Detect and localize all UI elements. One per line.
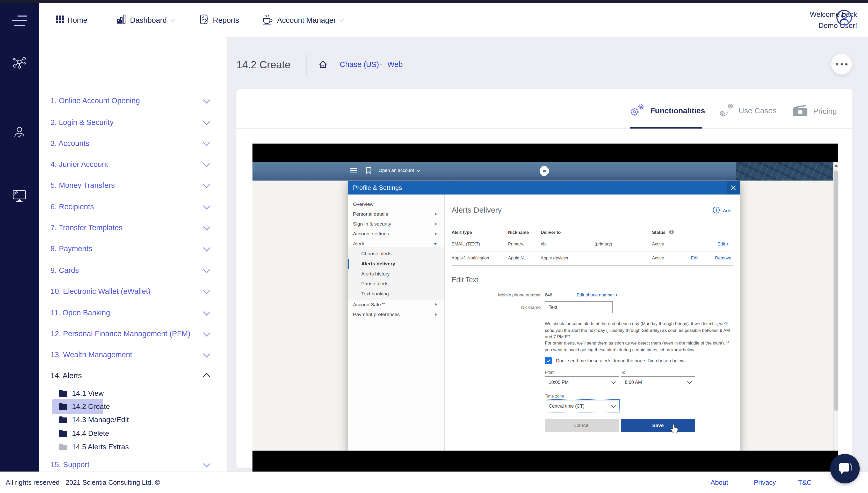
chevron-down-icon	[203, 329, 210, 337]
dialog-menu-payment-preferences[interactable]: Payment preferences	[348, 309, 444, 319]
row1-type: EMAIL (TEXT)	[451, 241, 480, 247]
sidebar-item-alerts-delete[interactable]: 14.4 Delete	[39, 426, 227, 441]
dialog-menu-account-settings[interactable]: Account settings	[348, 229, 444, 239]
sidebar-item-alerts-create[interactable]: 14.2 Create	[39, 399, 227, 414]
nav-dashboard[interactable]: Dashboard	[117, 3, 174, 37]
scrollbar-thumb[interactable]	[834, 170, 838, 411]
dialog-menu-text-banking[interactable]: Text banking	[348, 289, 444, 299]
sidebar-item-payments[interactable]: 8. Payments	[39, 241, 227, 256]
sidebar-item-alerts[interactable]: 14. Alerts	[39, 368, 227, 383]
tab-use-cases[interactable]: Use Cases	[719, 103, 776, 119]
row2-deliver: Apple devices	[541, 256, 568, 261]
row2-nick: Apple N...	[508, 256, 527, 261]
user-check-icon[interactable]	[13, 126, 26, 140]
sidebar-item-pfm[interactable]: 12. Personal Finance Management (PFM)	[39, 326, 227, 341]
from-time-select[interactable]: 10:00 PM	[545, 376, 619, 388]
sidebar-item-support[interactable]: 15. Support	[39, 457, 227, 472]
dialog-menu-overview[interactable]: Overview	[348, 199, 444, 209]
tab-pricing-label: Pricing	[813, 107, 837, 115]
more-options-button[interactable]	[831, 54, 852, 74]
nickname-input[interactable]	[545, 301, 613, 313]
timezone-label: Time zone	[545, 394, 564, 399]
tab-pricing[interactable]: Pricing	[792, 104, 837, 119]
sidebar-item-cards[interactable]: 9. Cards	[39, 263, 227, 278]
row1-deliver: ebi.	[541, 241, 548, 247]
sidebar-item-login-security[interactable]: 2. Login & Security	[39, 115, 227, 130]
top-navbar: Home Dashboard Reports Account Manager W…	[39, 3, 868, 38]
sidebar-item-alerts-manage-edit[interactable]: 14.3 Manage/Edit	[39, 412, 227, 427]
tab-functionalities[interactable]: Functionalities	[630, 103, 705, 119]
caret-right-icon	[435, 232, 437, 235]
sidebar-item-junior-account[interactable]: 4. Junior Account	[39, 157, 227, 172]
edit-phone-link[interactable]: Edit phone number >	[577, 293, 618, 298]
nav-account-manager[interactable]: Account Manager	[262, 3, 343, 37]
sidebar-item-online-account-opening[interactable]: 1. Online Account Opening	[39, 93, 227, 108]
chase-logo-icon[interactable]	[539, 166, 550, 177]
row2-edit-link[interactable]: Edit	[691, 256, 699, 261]
sidebar-item-accounts[interactable]: 3. Accounts	[39, 136, 227, 151]
chevron-down-icon	[339, 17, 344, 22]
bookmark-flag-icon[interactable]	[366, 167, 372, 176]
chat-bubble-button[interactable]	[830, 454, 860, 484]
sidebar-item-open-banking[interactable]: 11. Open Banking	[39, 305, 227, 320]
chevron-down-icon	[611, 403, 615, 408]
nav-home[interactable]: Home	[56, 3, 87, 37]
dialog-menu-pause-alerts[interactable]: Pause alerts	[348, 279, 444, 289]
chase-scrollbar[interactable]	[833, 162, 839, 451]
dialog-menu-choose-alerts[interactable]: Choose alerts	[348, 249, 444, 259]
caret-right-icon	[435, 213, 437, 216]
sidebar-item-alerts-view[interactable]: 14.1 View	[39, 386, 227, 401]
quiet-hours-checkbox[interactable]	[545, 357, 552, 364]
hamburger-line	[17, 16, 27, 17]
sidebar-item-wealth-management[interactable]: 13. Wealth Management	[39, 347, 227, 362]
col-status: Status	[652, 230, 666, 235]
chevron-up-icon	[203, 373, 210, 380]
monitor-icon[interactable]	[12, 190, 27, 203]
scroll-up-arrow[interactable]	[834, 164, 838, 167]
sidebar-item-ewallet[interactable]: 10. Electronic Wallet (eWallet)	[39, 284, 227, 299]
chevron-down-icon	[611, 379, 615, 384]
home-icon[interactable]	[318, 60, 328, 70]
dialog-menu-sign-in-security[interactable]: Sign-in & security	[348, 219, 444, 229]
user-avatar-icon[interactable]	[836, 9, 852, 27]
cancel-button[interactable]: Cancel	[545, 419, 619, 432]
report-checklist-icon	[199, 14, 209, 27]
alerts-delivery-heading: Alerts Delivery	[451, 206, 502, 214]
row2-remove-link[interactable]: Remove	[715, 256, 731, 261]
footer-link-about[interactable]: About	[710, 472, 728, 493]
info-icon[interactable]	[669, 230, 674, 236]
add-alert-link[interactable]: Add	[712, 206, 731, 215]
close-icon[interactable]	[727, 181, 740, 194]
row1-edit-link[interactable]: Edit >	[718, 241, 729, 247]
timezone-select[interactable]: Central time (CT)	[545, 400, 619, 412]
sidebar-item-money-transfers[interactable]: 5. Money Transfers	[39, 178, 227, 193]
open-account-menu[interactable]: Open an account	[379, 168, 420, 173]
footer-link-privacy[interactable]: Privacy	[754, 472, 776, 493]
sidebar-item-transfer-templates[interactable]: 7. Transfer Templates	[39, 220, 227, 235]
chevron-down-icon	[203, 308, 210, 316]
footer-link-tc[interactable]: T&C	[798, 472, 811, 493]
breadcrumb-channel[interactable]: Web	[387, 60, 403, 69]
background-photo-texture	[736, 162, 833, 180]
hamburger-menu-icon[interactable]	[12, 16, 27, 29]
sidebar-item-alerts-extras[interactable]: 14.5 Alerts Extras	[39, 440, 227, 454]
nav-reports[interactable]: Reports	[199, 3, 239, 37]
nickname-label: Nickname	[455, 305, 541, 310]
home-grid-icon	[56, 16, 64, 25]
dialog-menu-alerts-history[interactable]: Alerts history	[348, 269, 444, 279]
mobile-phone-label: Mobile phone number	[455, 293, 541, 298]
plus-circle-icon	[712, 206, 720, 215]
save-button[interactable]: Save	[621, 419, 695, 432]
breadcrumb-bank[interactable]: Chase (US)	[340, 60, 379, 69]
network-icon[interactable]	[12, 56, 27, 71]
dialog-menu-personal-details[interactable]: Personal details	[348, 209, 444, 219]
dialog-menu-accountsafe[interactable]: AccountSafe℠	[348, 300, 444, 309]
dialog-menu-alerts-delivery[interactable]: Alerts delivery	[348, 259, 444, 269]
to-time-select[interactable]: 8:00 AM	[621, 376, 695, 388]
chevron-down-icon	[203, 139, 210, 146]
chase-hamburger-icon[interactable]	[350, 168, 357, 173]
dialog-menu-alerts[interactable]: Alerts	[348, 239, 444, 249]
from-label: From	[545, 370, 554, 375]
sidebar-item-recipients[interactable]: 6. Recipients	[39, 199, 227, 214]
dialog-menu: Overview Personal details Sign-in & secu…	[348, 194, 445, 451]
